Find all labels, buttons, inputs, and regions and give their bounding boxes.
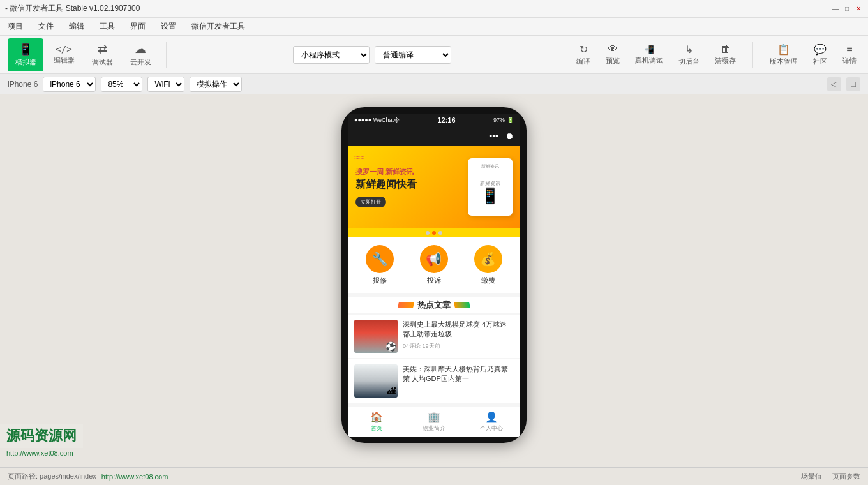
backend-icon: ↳ — [685, 43, 693, 56]
menu-bar: 项目 文件 编辑 工具 界面 设置 微信开发者工具 — [0, 18, 868, 36]
watermark-url: http://www.xet08.com — [0, 448, 80, 458]
carrier-text: ●●●●● WeChat令 — [354, 116, 400, 124]
compile-label: 编译 — [576, 57, 590, 66]
repair-icon: 🔧 — [372, 251, 388, 267]
nav-tab-home[interactable]: 🏠 首页 — [348, 410, 405, 434]
menu-interface[interactable]: 界面 — [128, 20, 148, 33]
compile-button[interactable]: ↻ 编译 — [572, 41, 594, 69]
tool-cloud[interactable]: ☁ 云开发 — [123, 38, 158, 71]
payment-icon: 💰 — [480, 251, 496, 267]
article-item-2[interactable]: 美媒：深圳摩天大楼热背后乃真繁荣 人均GDP国内第一 — [348, 359, 520, 403]
compile-icon: ↻ — [580, 43, 588, 56]
menu-settings[interactable]: 设置 — [158, 20, 179, 33]
payment-label: 缴费 — [481, 276, 495, 285]
status-right: 97% 🔋 — [493, 117, 514, 123]
repair-label: 报修 — [373, 276, 387, 285]
phone-frame: ●●●●● WeChat令 12:16 97% 🔋 ••• ⏺ ≈≈ — [341, 107, 527, 443]
banner-text-area: 搜罗一周 新鲜资讯 新鲜趣闻快看 立即打开 — [355, 167, 468, 207]
home-icon: 🏠 — [370, 411, 383, 423]
menu-project[interactable]: 项目 — [5, 20, 26, 33]
window-controls[interactable]: — □ ✕ — [831, 4, 863, 13]
menu-edit[interactable]: 编辑 — [66, 20, 87, 33]
hot-title: 热点文章 — [417, 299, 451, 311]
battery-text: 97% — [493, 117, 505, 123]
mode-area: 小程序模式 插件模式 普通编译 自定义编译 — [174, 46, 570, 64]
thumb-1-image — [354, 320, 398, 353]
menu-tools[interactable]: 工具 — [97, 20, 117, 33]
page-path-label: 页面路径: pages/index/index — [8, 472, 96, 481]
property-icon: 🏢 — [428, 411, 440, 423]
preview-button[interactable]: 👁 预览 — [602, 41, 624, 68]
article-info-1: 深圳史上最大规模足球赛 4万球迷都主动带走垃圾 04评论 19天前 — [403, 320, 514, 353]
icon-complaint[interactable]: 📢 投诉 — [420, 245, 448, 285]
maximize-button[interactable]: □ — [842, 4, 851, 13]
nav-tab-property[interactable]: 🏢 物业简介 — [405, 410, 463, 434]
banner-phone-image: 新鲜资讯 📱 — [468, 158, 513, 216]
banner-button[interactable]: 立即打开 — [355, 197, 386, 207]
clear-cache-icon: 🗑 — [721, 43, 731, 55]
phone-frame-container: ●●●●● WeChat令 12:16 97% 🔋 ••• ⏺ ≈≈ — [341, 107, 527, 443]
real-device-icon: 📲 — [644, 45, 654, 54]
program-mode-select[interactable]: 小程序模式 插件模式 — [293, 46, 370, 64]
rotate-right-button[interactable]: □ — [846, 77, 860, 91]
community-icon: 💬 — [814, 43, 827, 56]
banner-phone-emoji: 📱 — [481, 187, 500, 205]
article-title-2: 美媒：深圳摩天大楼热背后乃真繁荣 人均GDP国内第一 — [403, 364, 514, 384]
article-info-2: 美媒：深圳摩天大楼热背后乃真繁荣 人均GDP国内第一 — [403, 364, 514, 398]
clear-cache-button[interactable]: 🗑 清缓存 — [711, 41, 740, 68]
page-params-label[interactable]: 页面参数 — [832, 472, 860, 481]
detail-button[interactable]: ≡ 详情 — [839, 41, 860, 68]
menu-file[interactable]: 文件 — [36, 20, 56, 33]
title-bar: - 微信开发者工具 Stable v1.02.1907300 — □ ✕ — [0, 0, 868, 18]
community-label: 社区 — [813, 57, 827, 66]
article-thumb-1 — [354, 320, 398, 353]
cloud-label: 云开发 — [130, 57, 151, 67]
tool-simulator[interactable]: 📱 模拟器 — [8, 38, 43, 71]
tool-editor[interactable]: </> 编辑器 — [46, 38, 82, 71]
article-thumb-2 — [354, 364, 398, 398]
backend-button[interactable]: ↳ 切后台 — [675, 41, 703, 69]
article-item-1[interactable]: 深圳史上最大规模足球赛 4万球迷都主动带走垃圾 04评论 19天前 — [348, 315, 520, 358]
minimize-button[interactable]: — — [831, 4, 840, 13]
device-bar: iPhone 6 iPhone 6 iPhone X 85% 100% 75% … — [0, 74, 868, 94]
simulator-label: 模拟器 — [15, 57, 36, 67]
editor-icon: </> — [56, 44, 71, 54]
tool-debugger[interactable]: ⇄ 调试器 — [84, 38, 120, 71]
menu-wechat-devtools[interactable]: 微信开发者工具 — [189, 20, 248, 33]
hot-icon-right — [454, 302, 470, 308]
nav-tab-profile[interactable]: 👤 个人中心 — [463, 410, 520, 434]
operation-select[interactable]: 模拟操作 — [190, 77, 242, 92]
real-device-button[interactable]: 📲 真机调试 — [631, 42, 667, 68]
app-title: - 微信开发者工具 Stable v1.02.1907300 — [5, 3, 140, 14]
icon-repair[interactable]: 🔧 报修 — [366, 245, 394, 285]
banner-decoration: ≈≈ — [354, 152, 364, 162]
detail-label: 详情 — [842, 56, 857, 66]
version-mgr-icon: 📋 — [777, 43, 790, 56]
nav-dots[interactable]: ••• — [489, 131, 498, 141]
phone-model-select[interactable]: iPhone 6 iPhone X — [43, 77, 96, 92]
network-select[interactable]: WiFi 4G 3G — [147, 77, 184, 92]
compile-mode-select[interactable]: 普通编译 自定义编译 — [375, 46, 451, 64]
zoom-select[interactable]: 85% 100% 75% — [101, 77, 142, 92]
version-mgr-button[interactable]: 📋 版本管理 — [766, 41, 802, 69]
rotate-left-button[interactable]: ◁ — [827, 77, 841, 91]
icon-payment[interactable]: 💰 缴费 — [474, 245, 502, 285]
debugger-icon: ⇄ — [98, 42, 107, 56]
community-button[interactable]: 💬 社区 — [809, 41, 831, 69]
icon-grid: 🔧 报修 📢 投诉 💰 缴费 — [348, 237, 520, 293]
preview-icon: 👁 — [608, 43, 618, 55]
main-area: ●●●●● WeChat令 12:16 97% 🔋 ••• ⏺ ≈≈ — [0, 94, 868, 467]
banner-subtitle: 搜罗一周 新鲜资讯 — [355, 167, 468, 177]
scene-value-label[interactable]: 场景值 — [801, 472, 822, 481]
article-title-1: 深圳史上最大规模足球赛 4万球迷都主动带走垃圾 — [403, 320, 514, 340]
editor-label: 编辑器 — [54, 56, 75, 65]
cloud-icon: ☁ — [135, 42, 146, 56]
close-button[interactable]: ✕ — [854, 4, 863, 13]
nav-record-icon[interactable]: ⏺ — [505, 131, 514, 141]
simulator-icon: 📱 — [19, 42, 33, 56]
preview-label: 预览 — [606, 56, 620, 66]
watermark-text: 源码资源网 — [0, 424, 83, 448]
bottom-bar: 页面路径: pages/index/index http://www.xet08… — [0, 467, 868, 485]
toolbar-separator — [166, 42, 167, 68]
toolbar-separator-2 — [752, 42, 753, 68]
